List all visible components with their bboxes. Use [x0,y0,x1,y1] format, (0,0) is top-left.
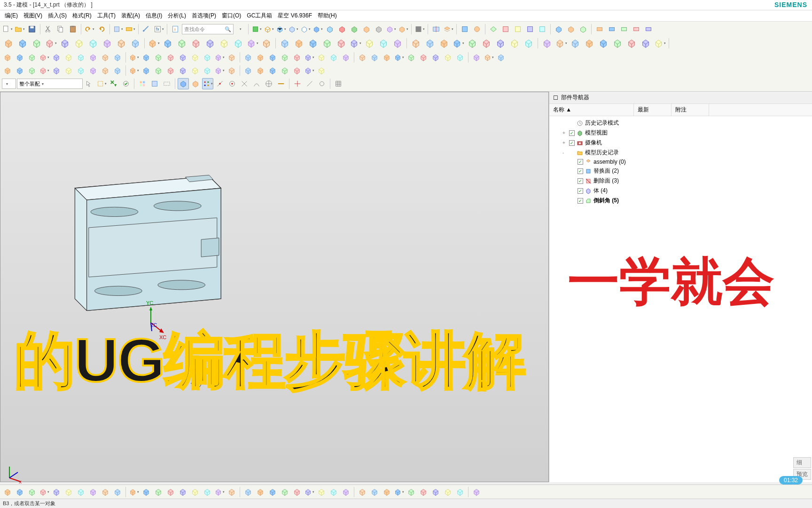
checkbox-icon[interactable]: ✓ [578,188,583,194]
feature-icon-bottom-tb-35[interactable] [442,486,453,498]
feature-icon-tb-row3-31[interactable] [393,52,405,63]
col-name[interactable]: 名称 ▲ [549,104,634,116]
tree-item-8[interactable]: ✓ 倒斜角 (5) ✓ [549,196,812,206]
feature-icon-bottom-tb-6[interactable] [75,486,86,498]
feature-icon-tb-row3-1[interactable] [14,52,25,63]
datum-button[interactable] [112,24,124,35]
feature-icon-tb-row4-17[interactable] [214,65,225,76]
checkbox-icon[interactable]: ✓ [578,198,583,204]
feature-icon-bottom-tb-26[interactable] [328,486,339,498]
new-button[interactable] [2,24,13,35]
checkbox-icon[interactable]: ✓ [578,178,583,184]
feature-icon-bottom-tb-30[interactable] [381,486,392,498]
feature-icon-bottom-tb-9[interactable] [112,486,123,498]
feature-icon-tb-row4-19[interactable] [242,65,254,76]
expand-icon[interactable]: + [562,130,567,135]
cube-1[interactable] [275,24,287,35]
feature-icon-tb-row2-2[interactable] [30,37,43,50]
feature-icon-tb-row4-14[interactable] [177,65,188,76]
feature-icon-tb-row3-23[interactable] [291,52,303,63]
feature-icon-tb-row3-5[interactable] [63,52,74,63]
feature-icon-tb-row4-8[interactable] [100,65,111,76]
feature-tree[interactable]: 历史记录模式 + ✓ 模型视图 + ✓ 摄像机 - 模型历史记录 ✓ assem… [549,116,812,207]
feature-button[interactable] [125,24,136,35]
feature-icon-tb-row2-40[interactable] [583,37,596,50]
feature-icon-tb-row4-25[interactable] [316,65,327,76]
snap-5[interactable] [251,78,262,89]
menu-help[interactable]: 帮助(H) [315,12,340,20]
sel-8[interactable] [190,78,201,89]
open-button[interactable] [14,24,25,35]
feature-icon-tb-row3-17[interactable] [214,52,225,63]
tree-item-0[interactable]: 历史记录模式 [549,118,812,128]
feature-icon-tb-row4-6[interactable] [75,65,86,76]
feature-icon-bottom-tb-23[interactable] [291,486,303,498]
feature-icon-tb-row3-39[interactable] [495,52,507,63]
snap-9[interactable] [304,78,315,89]
feature-icon-bottom-tb-24[interactable] [304,486,315,498]
feature-icon-tb-row3-3[interactable] [39,52,50,63]
feature-icon-bottom-tb-36[interactable] [454,486,466,498]
feature-icon-bottom-tb-16[interactable] [202,486,213,498]
feature-icon-tb-row3-24[interactable] [304,52,315,63]
cube-2[interactable] [288,24,299,35]
menubar[interactable]: 编(E) 视图(V) 插入(S) 格式(R) 工具(T) 装配(A) 信息(I)… [0,10,812,22]
cube-7[interactable] [349,24,360,35]
copy-button[interactable] [55,24,66,35]
feature-icon-bottom-tb-14[interactable] [177,486,188,498]
cube-sel[interactable] [178,78,189,89]
filter-combo-1[interactable] [2,79,16,89]
menu-analysis[interactable]: 分析(L) [165,12,189,20]
checkbox-icon[interactable]: ✓ [569,130,575,136]
tree-item-1[interactable]: + ✓ 模型视图 [549,128,812,138]
feature-icon-tb-row2-10[interactable] [147,37,160,50]
sel-3[interactable] [108,78,119,89]
feature-icon-tb-row4-3[interactable] [39,65,50,76]
feature-icon-tb-row2-26[interactable] [377,37,390,50]
cube-4[interactable] [312,24,323,35]
feature-icon-tb-row3-16[interactable] [202,52,213,63]
feature-icon-tb-row3-10[interactable] [128,52,140,63]
feature-icon-bottom-tb-10[interactable] [128,486,140,498]
feature-icon-tb-row2-15[interactable] [218,37,231,50]
feature-icon-bottom-tb-2[interactable] [26,486,38,498]
feature-icon-tb-row3-2[interactable] [26,52,38,63]
feature-icon-bottom-tb-25[interactable] [316,486,327,498]
tool-a13[interactable] [618,24,630,35]
checkbox-icon[interactable]: ✓ [569,140,575,146]
feature-icon-tb-row4-4[interactable] [51,65,62,76]
feature-icon-bottom-tb-29[interactable] [369,486,380,498]
checkbox-icon[interactable]: ✓ [578,168,583,174]
tool-a5[interactable] [512,24,523,35]
feature-icon-bottom-tb-22[interactable] [279,486,290,498]
feature-icon-bottom-tb-19[interactable] [242,486,254,498]
cube-10[interactable] [385,24,397,35]
feature-icon-tb-row3-15[interactable] [189,52,201,63]
feature-icon-tb-row2-17[interactable] [246,37,259,50]
feature-icon-tb-row4-11[interactable] [141,65,152,76]
snap-6[interactable] [263,78,274,89]
feature-icon-tb-row3-29[interactable] [369,52,380,63]
menu-tools[interactable]: 工具(T) [94,12,118,20]
assembly-combo[interactable]: 整个装配 [17,79,83,89]
feature-icon-tb-row2-24[interactable] [349,37,362,50]
feature-icon-tb-row2-35[interactable] [508,37,521,50]
tool-a9[interactable] [565,24,577,35]
snap-7[interactable] [275,78,287,89]
feature-icon-tb-row3-18[interactable] [226,52,237,63]
feature-icon-tb-row3-6[interactable] [75,52,86,63]
feature-icon-tb-row2-44[interactable] [639,37,652,50]
feature-icon-tb-row2-45[interactable] [653,37,666,50]
menu-window[interactable]: 窗口(O) [219,12,244,20]
feature-icon-bottom-tb-7[interactable] [87,486,99,498]
feature-icon-tb-row3-9[interactable] [112,52,123,63]
sel-6[interactable] [149,78,160,89]
feature-icon-tb-row3-12[interactable] [153,52,164,63]
tool-a14[interactable] [631,24,642,35]
tree-item-2[interactable]: + ✓ 摄像机 [549,138,812,148]
tree-item-4[interactable]: ✓ assembly (0) ✓ [549,158,812,166]
feature-icon-tb-row3-35[interactable] [442,52,453,63]
detail-tab[interactable]: 细 [793,457,811,468]
feature-icon-tb-row4-1[interactable] [14,65,25,76]
col-note[interactable]: 附注 [671,104,709,116]
